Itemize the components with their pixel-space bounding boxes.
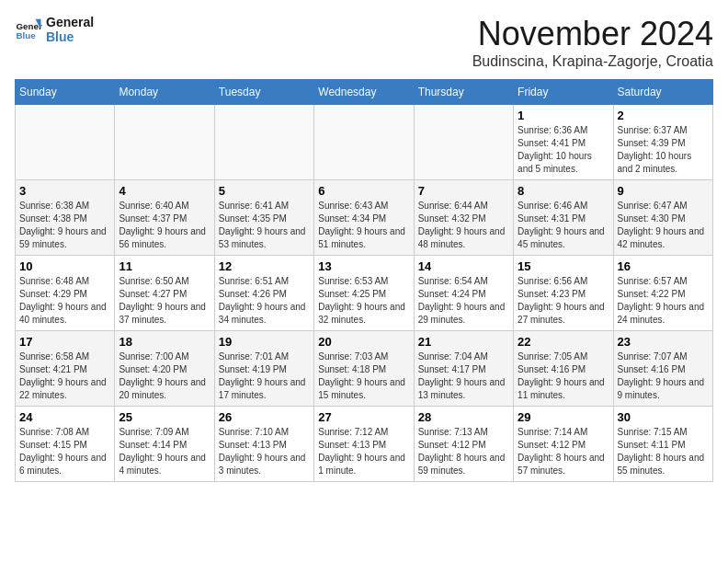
day-number: 15: [518, 259, 609, 273]
day-number: 6: [318, 184, 409, 198]
day-info: Sunrise: 7:10 AM Sunset: 4:13 PM Dayligh…: [219, 426, 310, 477]
day-cell: 4Sunrise: 6:40 AM Sunset: 4:37 PM Daylig…: [115, 180, 214, 256]
header-row: SundayMondayTuesdayWednesdayThursdayFrid…: [16, 80, 713, 105]
day-number: 27: [318, 410, 409, 424]
day-info: Sunrise: 6:53 AM Sunset: 4:25 PM Dayligh…: [318, 275, 409, 327]
day-info: Sunrise: 7:05 AM Sunset: 4:16 PM Dayligh…: [518, 350, 609, 402]
header-cell-sunday: Sunday: [16, 80, 115, 105]
day-number: 2: [618, 109, 709, 122]
day-info: Sunrise: 6:36 AM Sunset: 4:41 PM Dayligh…: [518, 124, 609, 176]
day-cell: 13Sunrise: 6:53 AM Sunset: 4:25 PM Dayli…: [314, 256, 414, 331]
day-info: Sunrise: 6:43 AM Sunset: 4:34 PM Dayligh…: [318, 200, 409, 251]
day-info: Sunrise: 6:44 AM Sunset: 4:32 PM Dayligh…: [418, 200, 509, 251]
day-info: Sunrise: 7:12 AM Sunset: 4:13 PM Dayligh…: [318, 426, 409, 477]
day-info: Sunrise: 6:37 AM Sunset: 4:39 PM Dayligh…: [618, 124, 709, 176]
day-cell: 26Sunrise: 7:10 AM Sunset: 4:13 PM Dayli…: [214, 407, 313, 482]
day-cell: 9Sunrise: 6:47 AM Sunset: 4:30 PM Daylig…: [613, 180, 712, 256]
day-number: 16: [618, 259, 709, 273]
header-cell-saturday: Saturday: [613, 80, 712, 105]
day-cell: 25Sunrise: 7:09 AM Sunset: 4:14 PM Dayli…: [115, 407, 214, 482]
header-cell-monday: Monday: [115, 80, 214, 105]
day-cell: 8Sunrise: 6:46 AM Sunset: 4:31 PM Daylig…: [514, 180, 613, 256]
day-cell: 5Sunrise: 6:41 AM Sunset: 4:35 PM Daylig…: [214, 180, 313, 256]
day-number: 10: [19, 259, 110, 273]
header: General Blue General Blue November 2024 …: [15, 15, 713, 70]
day-cell: 16Sunrise: 6:57 AM Sunset: 4:22 PM Dayli…: [613, 256, 712, 331]
day-number: 12: [219, 259, 310, 273]
day-number: 23: [618, 335, 709, 349]
day-cell: 15Sunrise: 6:56 AM Sunset: 4:23 PM Dayli…: [514, 256, 613, 331]
day-info: Sunrise: 7:00 AM Sunset: 4:20 PM Dayligh…: [119, 350, 210, 402]
header-cell-wednesday: Wednesday: [314, 80, 414, 105]
day-number: 28: [418, 410, 509, 424]
day-cell: [214, 105, 313, 180]
day-info: Sunrise: 6:56 AM Sunset: 4:23 PM Dayligh…: [518, 275, 609, 327]
day-number: 8: [518, 184, 609, 198]
svg-text:Blue: Blue: [17, 30, 37, 40]
day-cell: 14Sunrise: 6:54 AM Sunset: 4:24 PM Dayli…: [414, 256, 513, 331]
day-info: Sunrise: 6:50 AM Sunset: 4:27 PM Dayligh…: [119, 275, 210, 327]
day-cell: 23Sunrise: 7:07 AM Sunset: 4:16 PM Dayli…: [613, 331, 712, 407]
day-cell: 30Sunrise: 7:15 AM Sunset: 4:11 PM Dayli…: [613, 407, 712, 482]
day-info: Sunrise: 7:01 AM Sunset: 4:19 PM Dayligh…: [219, 350, 310, 402]
day-info: Sunrise: 6:41 AM Sunset: 4:35 PM Dayligh…: [219, 200, 310, 251]
day-info: Sunrise: 6:46 AM Sunset: 4:31 PM Dayligh…: [518, 200, 609, 251]
day-cell: 7Sunrise: 6:44 AM Sunset: 4:32 PM Daylig…: [414, 180, 513, 256]
week-row-2: 10Sunrise: 6:48 AM Sunset: 4:29 PM Dayli…: [16, 256, 713, 331]
day-cell: 18Sunrise: 7:00 AM Sunset: 4:20 PM Dayli…: [115, 331, 214, 407]
day-info: Sunrise: 6:57 AM Sunset: 4:22 PM Dayligh…: [618, 275, 709, 327]
header-cell-tuesday: Tuesday: [214, 80, 313, 105]
day-cell: 6Sunrise: 6:43 AM Sunset: 4:34 PM Daylig…: [314, 180, 414, 256]
day-number: 3: [19, 184, 110, 198]
logo: General Blue General Blue: [15, 15, 94, 44]
day-info: Sunrise: 7:08 AM Sunset: 4:15 PM Dayligh…: [19, 426, 110, 477]
day-cell: 10Sunrise: 6:48 AM Sunset: 4:29 PM Dayli…: [16, 256, 115, 331]
day-cell: 17Sunrise: 6:58 AM Sunset: 4:21 PM Dayli…: [16, 331, 115, 407]
day-cell: 11Sunrise: 6:50 AM Sunset: 4:27 PM Dayli…: [115, 256, 214, 331]
day-number: 19: [219, 335, 310, 349]
day-cell: 28Sunrise: 7:13 AM Sunset: 4:12 PM Dayli…: [414, 407, 513, 482]
day-info: Sunrise: 7:03 AM Sunset: 4:18 PM Dayligh…: [318, 350, 409, 402]
location-title: Budinscina, Krapina-Zagorje, Croatia: [472, 53, 713, 70]
day-cell: [16, 105, 115, 180]
week-row-0: 1Sunrise: 6:36 AM Sunset: 4:41 PM Daylig…: [16, 105, 713, 180]
day-cell: 27Sunrise: 7:12 AM Sunset: 4:13 PM Dayli…: [314, 407, 414, 482]
week-row-1: 3Sunrise: 6:38 AM Sunset: 4:38 PM Daylig…: [16, 180, 713, 256]
day-info: Sunrise: 7:14 AM Sunset: 4:12 PM Dayligh…: [518, 426, 609, 477]
day-number: 14: [418, 259, 509, 273]
day-info: Sunrise: 6:38 AM Sunset: 4:38 PM Dayligh…: [19, 200, 110, 251]
title-area: November 2024 Budinscina, Krapina-Zagorj…: [472, 15, 713, 70]
day-number: 26: [219, 410, 310, 424]
day-info: Sunrise: 7:13 AM Sunset: 4:12 PM Dayligh…: [418, 426, 509, 477]
day-info: Sunrise: 7:15 AM Sunset: 4:11 PM Dayligh…: [618, 426, 709, 477]
day-number: 30: [618, 410, 709, 424]
day-number: 1: [518, 109, 609, 122]
day-info: Sunrise: 7:04 AM Sunset: 4:17 PM Dayligh…: [418, 350, 509, 402]
logo-line1: General: [46, 15, 94, 29]
day-info: Sunrise: 6:58 AM Sunset: 4:21 PM Dayligh…: [19, 350, 110, 402]
day-info: Sunrise: 6:47 AM Sunset: 4:30 PM Dayligh…: [618, 200, 709, 251]
day-cell: [414, 105, 513, 180]
day-cell: 19Sunrise: 7:01 AM Sunset: 4:19 PM Dayli…: [214, 331, 313, 407]
day-info: Sunrise: 6:40 AM Sunset: 4:37 PM Dayligh…: [119, 200, 210, 251]
day-number: 13: [318, 259, 409, 273]
month-title: November 2024: [472, 15, 713, 53]
day-cell: [115, 105, 214, 180]
day-info: Sunrise: 6:54 AM Sunset: 4:24 PM Dayligh…: [418, 275, 509, 327]
day-cell: 29Sunrise: 7:14 AM Sunset: 4:12 PM Dayli…: [514, 407, 613, 482]
calendar: SundayMondayTuesdayWednesdayThursdayFrid…: [15, 79, 713, 482]
day-number: 5: [219, 184, 310, 198]
day-info: Sunrise: 6:51 AM Sunset: 4:26 PM Dayligh…: [219, 275, 310, 327]
day-number: 24: [19, 410, 110, 424]
week-row-4: 24Sunrise: 7:08 AM Sunset: 4:15 PM Dayli…: [16, 407, 713, 482]
day-cell: [314, 105, 414, 180]
day-cell: 3Sunrise: 6:38 AM Sunset: 4:38 PM Daylig…: [16, 180, 115, 256]
day-number: 25: [119, 410, 210, 424]
day-cell: 2Sunrise: 6:37 AM Sunset: 4:39 PM Daylig…: [613, 105, 712, 180]
header-cell-thursday: Thursday: [414, 80, 513, 105]
day-info: Sunrise: 7:07 AM Sunset: 4:16 PM Dayligh…: [618, 350, 709, 402]
day-cell: 21Sunrise: 7:04 AM Sunset: 4:17 PM Dayli…: [414, 331, 513, 407]
calendar-header: SundayMondayTuesdayWednesdayThursdayFrid…: [16, 80, 713, 105]
day-number: 18: [119, 335, 210, 349]
day-number: 20: [318, 335, 409, 349]
